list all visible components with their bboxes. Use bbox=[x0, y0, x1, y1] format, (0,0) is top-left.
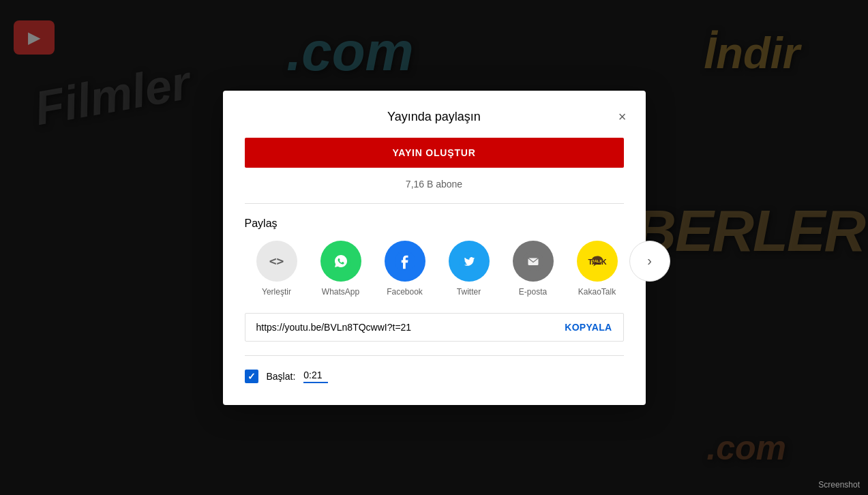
next-button[interactable]: › bbox=[629, 241, 670, 282]
start-checkbox[interactable] bbox=[245, 370, 258, 383]
share-item-embed[interactable]: <> Yerleştir bbox=[245, 241, 309, 297]
embed-icon: <> bbox=[256, 241, 297, 282]
start-row: Başlat: 0:21 bbox=[245, 370, 624, 383]
modal-title: Yayında paylaşın bbox=[387, 110, 481, 124]
divider-1 bbox=[245, 203, 624, 204]
email-icon bbox=[513, 241, 554, 282]
divider-2 bbox=[245, 355, 624, 356]
share-modal: Yayında paylaşın × YAYIN OLUŞTUR 7,16 B … bbox=[223, 91, 646, 405]
share-section-label: Paylaş bbox=[245, 217, 624, 230]
share-icons-row: <> Yerleştir WhatsApp bbox=[245, 241, 624, 297]
subscriber-count: 7,16 B abone bbox=[245, 179, 624, 190]
close-button[interactable]: × bbox=[616, 107, 629, 126]
twitter-label: Twitter bbox=[457, 287, 481, 297]
create-broadcast-button[interactable]: YAYIN OLUŞTUR bbox=[245, 138, 624, 168]
share-item-email[interactable]: E-posta bbox=[501, 241, 565, 297]
email-label: E-posta bbox=[519, 287, 547, 297]
whatsapp-label: WhatsApp bbox=[322, 287, 359, 297]
share-item-kakao[interactable]: TALK TALK KakaoTalk bbox=[565, 241, 629, 297]
url-row: https://youtu.be/BVLn8TQcwwI?t=21 KOPYAL… bbox=[245, 313, 624, 342]
share-item-facebook[interactable]: Facebook bbox=[373, 241, 437, 297]
kakao-label: KakaoTalk bbox=[578, 287, 616, 297]
facebook-icon bbox=[385, 241, 425, 282]
svg-text:TALK: TALK bbox=[592, 258, 603, 262]
kakao-icon: TALK TALK bbox=[577, 241, 618, 282]
next-button-wrapper: › bbox=[629, 241, 670, 282]
screenshot-label: Screenshot bbox=[818, 480, 860, 490]
modal-header: Yayında paylaşın × bbox=[245, 110, 624, 124]
share-url: https://youtu.be/BVLn8TQcwwI?t=21 bbox=[256, 322, 557, 333]
twitter-icon bbox=[449, 241, 490, 282]
whatsapp-icon bbox=[320, 241, 361, 282]
share-item-whatsapp[interactable]: WhatsApp bbox=[309, 241, 373, 297]
embed-label: Yerleştir bbox=[262, 287, 291, 297]
start-label: Başlat: bbox=[267, 371, 296, 382]
modal-overlay: Yayında paylaşın × YAYIN OLUŞTUR 7,16 B … bbox=[0, 0, 868, 495]
start-time: 0:21 bbox=[303, 370, 328, 383]
facebook-label: Facebook bbox=[387, 287, 423, 297]
share-item-twitter[interactable]: Twitter bbox=[437, 241, 501, 297]
copy-button[interactable]: KOPYALA bbox=[565, 322, 612, 333]
